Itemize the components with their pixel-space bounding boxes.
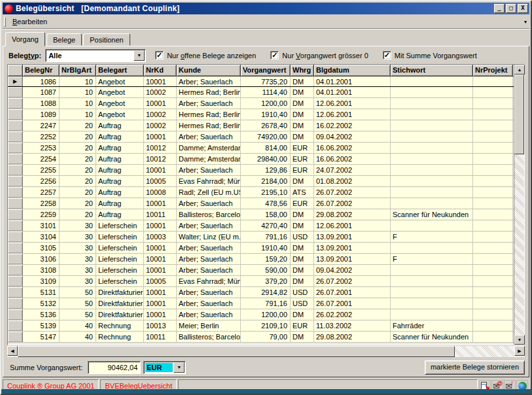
cell-nrkd[interactable]: 10001 <box>144 165 177 175</box>
current-record-arrow-icon[interactable]: ▶ <box>8 77 23 86</box>
minimize-button[interactable]: _ <box>494 4 505 13</box>
cell-nrblgart[interactable]: 10 <box>60 87 96 97</box>
scroll-up-icon[interactable]: ▲ <box>514 65 525 75</box>
cell-stichwort[interactable] <box>391 276 473 286</box>
cell-belegart[interactable]: Auftrag <box>96 143 144 153</box>
cell-belegart[interactable]: Lieferschein <box>96 276 144 286</box>
cell-belegart[interactable]: Lieferschein <box>96 243 144 253</box>
cell-nrblgart[interactable]: 20 <box>60 198 96 209</box>
cell-stichwort[interactable] <box>391 298 473 309</box>
cell-nrblgart[interactable]: 30 <box>60 232 96 242</box>
checkbox-check-icon[interactable]: ✓ <box>383 51 391 60</box>
cell-nrprojekt[interactable] <box>473 232 513 242</box>
cell-nrkd[interactable]: 10008 <box>144 187 177 198</box>
cell-blgdatum[interactable]: 16.06.2002 <box>314 143 391 153</box>
cell-stichwort[interactable] <box>391 287 473 298</box>
cell-blgdatum[interactable]: 12.06.2001 <box>314 98 391 109</box>
cell-kunde[interactable]: Arber; Sauerlach <box>177 98 241 109</box>
table-row[interactable]: 225620Auftrag10005Evas Fahrradl; Mün2184… <box>8 176 514 187</box>
cell-nrkd[interactable]: 10011 <box>144 332 177 342</box>
table-row[interactable]: 108710Angebot10002Hermes Rad; Berlin1114… <box>8 87 514 98</box>
cell-nrkd[interactable]: 10003 <box>144 232 177 242</box>
cell-kunde[interactable]: Arber; Sauerlach <box>177 265 241 275</box>
cell-vorgangwert[interactable]: 1200,00 <box>241 98 291 109</box>
cell-belegart[interactable]: Auftrag <box>96 154 144 164</box>
table-row[interactable]: 225420Auftrag10012Damme; Amsterdam29840,… <box>8 154 514 165</box>
cell-blgdatum[interactable]: 26.07.2001 <box>314 287 391 298</box>
cell-vorgangwert[interactable]: 791,16 <box>241 232 291 242</box>
column-header-whrg[interactable]: Whrg <box>291 65 314 77</box>
row-selector[interactable] <box>8 131 23 142</box>
cell-blgdatum[interactable]: 09.04.2002 <box>314 265 391 275</box>
cell-stichwort[interactable] <box>391 165 473 175</box>
cell-nrprojekt[interactable] <box>473 265 513 275</box>
table-row[interactable]: 225820Auftrag10001Arber; Sauerlach478,56… <box>8 198 514 209</box>
cell-stichwort[interactable]: Scanner für Neukunden <box>391 332 473 342</box>
cell-nrprojekt[interactable] <box>473 154 513 164</box>
cell-belegnr[interactable]: 1087 <box>23 87 60 97</box>
cell-kunde[interactable]: Hermes Rad; Berlin <box>177 120 241 131</box>
tab-vorgang[interactable]: Vorgang <box>5 32 45 46</box>
column-header-kunde[interactable]: Kunde <box>177 65 241 77</box>
cell-vorgangwert[interactable]: 2184,00 <box>241 176 291 186</box>
table-row[interactable]: 310530Lieferschein10001Arber; Sauerlach1… <box>8 243 514 254</box>
cell-nrblgart[interactable]: 20 <box>60 143 96 153</box>
cell-whrg[interactable]: DM <box>291 176 314 186</box>
sum-value-field[interactable]: 90462,04 <box>88 361 141 374</box>
cell-belegart[interactable]: Angebot <box>96 109 144 120</box>
cell-blgdatum[interactable]: 11.03.2002 <box>314 320 391 331</box>
cell-belegnr[interactable]: 3105 <box>23 243 60 253</box>
cell-nrprojekt[interactable] <box>473 209 513 220</box>
table-row[interactable]: 310130Lieferschein10001Arber; Sauerlach4… <box>8 220 514 232</box>
cell-nrprojekt[interactable] <box>473 143 513 153</box>
cell-nrprojekt[interactable] <box>473 243 513 253</box>
scroll-left-icon[interactable]: ◀ <box>7 346 18 356</box>
table-row[interactable]: ▶108610Angebot10001Arber; Sauerlach7735,… <box>8 76 514 87</box>
cell-belegart[interactable]: Auftrag <box>96 209 144 220</box>
cell-belegnr[interactable]: 5132 <box>23 298 60 309</box>
cell-nrprojekt[interactable] <box>473 198 513 209</box>
close-button[interactable]: X <box>518 4 528 13</box>
currency-dropdown[interactable]: EUR ▼ <box>143 361 186 374</box>
column-header-nrkd[interactable]: NrKd <box>144 65 177 77</box>
cell-nrprojekt[interactable] <box>473 165 513 175</box>
cell-belegnr[interactable]: 2256 <box>23 176 60 186</box>
cell-belegart[interactable]: Lieferschein <box>96 220 144 231</box>
row-selector[interactable] <box>8 209 23 220</box>
scroll-right-icon[interactable]: ▶ <box>514 346 525 356</box>
table-row[interactable]: 225920Auftrag10011Ballisteros; Barcelor1… <box>8 209 514 220</box>
cell-whrg[interactable]: EUR <box>291 165 314 175</box>
cell-belegnr[interactable]: 3104 <box>23 232 60 242</box>
cell-blgdatum[interactable]: 12.06.2001 <box>314 220 391 231</box>
table-row[interactable]: 224720Auftrag10002Hermes Rad; Berlin2678… <box>8 120 514 131</box>
cell-stichwort[interactable] <box>391 243 473 253</box>
cell-belegnr[interactable]: 2254 <box>23 154 60 164</box>
cell-stichwort[interactable] <box>391 98 473 109</box>
cell-whrg[interactable]: EUR <box>291 198 314 209</box>
cell-nrprojekt[interactable] <box>473 176 513 186</box>
horizontal-scroll-thumb[interactable] <box>18 346 455 357</box>
cell-stichwort[interactable]: F <box>391 232 473 242</box>
cell-kunde[interactable]: Arber; Sauerlach <box>177 77 241 86</box>
cell-kunde[interactable]: Arber; Sauerlach <box>177 287 241 298</box>
cell-vorgangwert[interactable]: 2678,40 <box>241 120 291 131</box>
cell-nrkd[interactable]: 10005 <box>144 176 177 186</box>
cell-blgdatum[interactable]: 09.04.2002 <box>314 131 391 142</box>
cell-belegnr[interactable]: 1088 <box>23 98 60 109</box>
cell-belegnr[interactable]: 2252 <box>23 131 60 142</box>
cell-nrblgart[interactable]: 20 <box>60 154 96 164</box>
cell-nrkd[interactable]: 10002 <box>144 109 177 120</box>
table-row[interactable]: 225720Auftrag10008Radl; Zell (EU m.US219… <box>8 187 514 198</box>
column-header-stichwort[interactable]: Stichwort <box>391 65 473 77</box>
cell-vorgangwert[interactable]: 1910,40 <box>241 109 291 120</box>
table-row[interactable]: 225320Auftrag10012Damme; Amsterdam814,00… <box>8 143 514 154</box>
cell-nrblgart[interactable]: 10 <box>60 98 96 109</box>
cell-belegnr[interactable]: 1086 <box>23 77 60 86</box>
cell-nrkd[interactable]: 10001 <box>144 254 177 264</box>
cell-stichwort[interactable] <box>391 131 473 142</box>
row-selector[interactable] <box>8 220 23 231</box>
column-header-blgdatum[interactable]: Blgdatum <box>314 65 391 77</box>
cell-vorgangwert[interactable]: 129,86 <box>241 165 291 175</box>
column-header-nrprojekt[interactable]: NrProjekt <box>473 65 513 77</box>
cell-blgdatum[interactable]: 13.09.2001 <box>314 243 391 253</box>
